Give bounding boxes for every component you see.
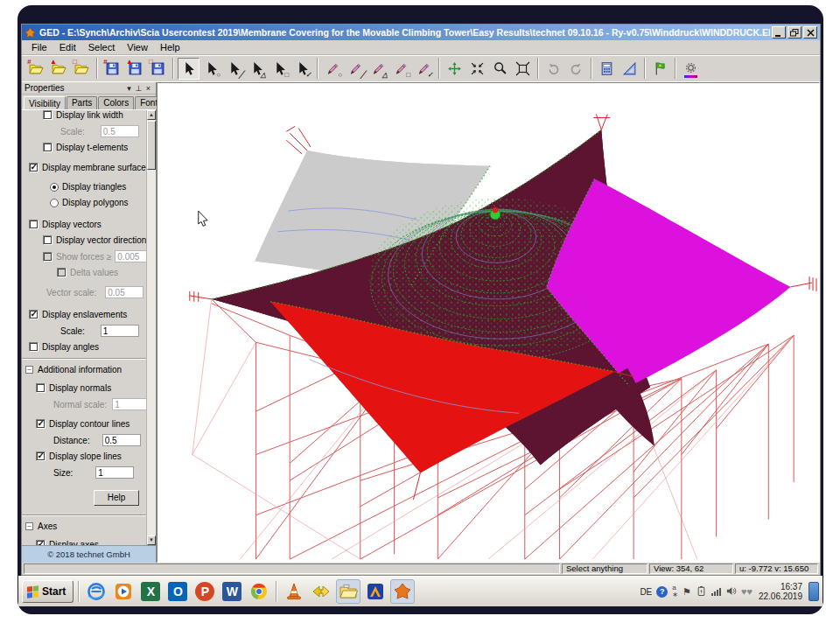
display-triangles-radio[interactable]: [50, 183, 59, 192]
display-vector-direction-checkbox[interactable]: [43, 235, 52, 245]
edit-points-button[interactable]: ○: [322, 58, 344, 80]
ged-taskbar-icon[interactable]: [390, 579, 415, 604]
select-tool-button[interactable]: [178, 58, 200, 80]
chrome-icon[interactable]: [247, 579, 271, 604]
display-polygons-label: Display polygons: [62, 198, 129, 207]
display-link-width-checkbox[interactable]: [43, 110, 52, 120]
restore-button[interactable]: [788, 26, 802, 38]
tray-network-icon[interactable]: [711, 587, 721, 596]
help-button[interactable]: Help: [94, 490, 139, 506]
open-file-triangle-button[interactable]: ▲: [48, 58, 70, 80]
save-file-triangle-button[interactable]: ▲: [124, 58, 146, 80]
edit-elements-button[interactable]: □: [390, 58, 412, 80]
show-forces-checkbox[interactable]: [43, 252, 52, 262]
display-axes-checkbox[interactable]: [36, 540, 46, 545]
zoom-window-button[interactable]: [466, 58, 488, 80]
display-angles-checkbox[interactable]: [29, 342, 38, 352]
menu-view[interactable]: View: [121, 41, 154, 53]
display-slope-lines-checkbox[interactable]: [36, 452, 46, 461]
size-row: Size:: [50, 466, 146, 479]
display-normals-checkbox[interactable]: [36, 383, 46, 393]
outlook-icon[interactable]: O: [165, 579, 190, 604]
scroll-down-arrow[interactable]: ▼: [147, 536, 156, 545]
explorer-folder-icon[interactable]: [336, 579, 360, 604]
select-check-button[interactable]: ✓: [291, 58, 313, 80]
tray-remove-icon[interactable]: ♥♥: [741, 586, 752, 597]
media-player-icon[interactable]: [111, 579, 136, 604]
enslavements-scale-input[interactable]: [101, 325, 139, 337]
redo-button[interactable]: [565, 58, 587, 80]
select-elements-button[interactable]: □: [269, 58, 290, 80]
start-button[interactable]: Start: [22, 580, 74, 603]
slope-lines-row: Display slope lines: [36, 451, 146, 462]
triangles-row: Display triangles: [50, 181, 146, 192]
scrollbar-thumb[interactable]: [147, 121, 156, 170]
title-bar[interactable]: GED - E:\Synch\Archiv\Scia Usercontest 2…: [22, 24, 820, 40]
menu-edit[interactable]: Edit: [53, 41, 82, 53]
panel-pin-icon[interactable]: ⊥: [134, 84, 144, 93]
tray-help-icon[interactable]: ?: [656, 586, 668, 598]
minimize-button[interactable]: [772, 26, 786, 38]
language-indicator[interactable]: DE: [640, 587, 652, 597]
powerpoint-icon[interactable]: P: [192, 579, 217, 604]
tray-input-icon[interactable]: a∗: [672, 584, 678, 598]
display-membrane-surface-checkbox[interactable]: [29, 163, 38, 172]
display-normals-label: Display normals: [49, 383, 111, 393]
measure-button[interactable]: [619, 58, 640, 80]
vlc-icon[interactable]: [282, 579, 306, 604]
edit-lines-button[interactable]: ╱: [345, 58, 367, 80]
select-lines-button[interactable]: ╱: [223, 58, 245, 80]
delta-values-checkbox[interactable]: [57, 268, 66, 277]
collapse-icon[interactable]: [25, 366, 33, 374]
tray-flag-icon[interactable]: ⚑: [682, 586, 691, 598]
show-desktop-button[interactable]: [808, 582, 819, 601]
ie-icon[interactable]: [84, 579, 108, 604]
totalcmd-icon[interactable]: [309, 579, 333, 604]
panel-scrollbar[interactable]: ▲ ▼: [146, 110, 156, 545]
open-file-hash-button[interactable]: #: [25, 58, 47, 80]
panel-dropdown-icon[interactable]: ▾: [124, 84, 134, 93]
zoom-magnifier-button[interactable]: [489, 58, 511, 80]
tab-parts[interactable]: Parts: [66, 96, 97, 109]
flag-button[interactable]: [649, 58, 671, 80]
tab-colors[interactable]: Colors: [98, 96, 134, 109]
pan-view-button[interactable]: [444, 58, 466, 80]
display-settings-button[interactable]: [680, 58, 702, 80]
edit-check-button[interactable]: ✓: [413, 58, 435, 80]
status-uv-coords: u: -9.772 v: 15.650: [735, 564, 818, 574]
save-file-square-button[interactable]: □: [147, 58, 169, 80]
scia-icon[interactable]: [363, 579, 388, 604]
link-scale-input[interactable]: [101, 125, 139, 137]
open-file-square-button[interactable]: □: [71, 58, 93, 80]
display-polygons-radio[interactable]: [50, 199, 59, 207]
excel-icon[interactable]: X: [138, 579, 163, 604]
vector-scale-input[interactable]: [105, 286, 144, 298]
edit-triangles-button[interactable]: △: [368, 58, 389, 80]
menu-help[interactable]: Help: [154, 41, 186, 53]
scroll-up-arrow[interactable]: ▲: [147, 110, 156, 120]
distance-input[interactable]: [102, 434, 141, 446]
size-input[interactable]: [95, 466, 134, 479]
viewport-3d[interactable]: [157, 82, 820, 563]
display-vectors-checkbox[interactable]: [29, 220, 38, 229]
save-file-hash-button[interactable]: #: [102, 58, 123, 80]
menu-file[interactable]: File: [25, 41, 53, 53]
display-enslavements-checkbox[interactable]: [29, 310, 38, 319]
collapse-icon[interactable]: [25, 522, 33, 530]
axes-label: Axes: [38, 522, 57, 531]
select-points-button[interactable]: ○: [200, 58, 222, 80]
close-button[interactable]: [803, 26, 817, 38]
panel-close-icon[interactable]: ×: [144, 84, 153, 93]
tray-power-icon[interactable]: [696, 585, 707, 598]
undo-button[interactable]: [542, 58, 564, 80]
tray-volume-icon[interactable]: [725, 585, 737, 598]
normal-scale-input[interactable]: [112, 398, 150, 410]
word-icon[interactable]: W: [220, 579, 244, 604]
select-triangles-button[interactable]: △: [246, 58, 268, 80]
display-t-elements-checkbox[interactable]: [43, 143, 52, 152]
display-contour-lines-checkbox[interactable]: [36, 419, 46, 429]
menu-select[interactable]: Select: [82, 41, 122, 53]
calculate-button[interactable]: [596, 58, 618, 80]
zoom-extents-button[interactable]: [512, 58, 534, 80]
tab-visibility[interactable]: Visibility: [24, 96, 66, 110]
